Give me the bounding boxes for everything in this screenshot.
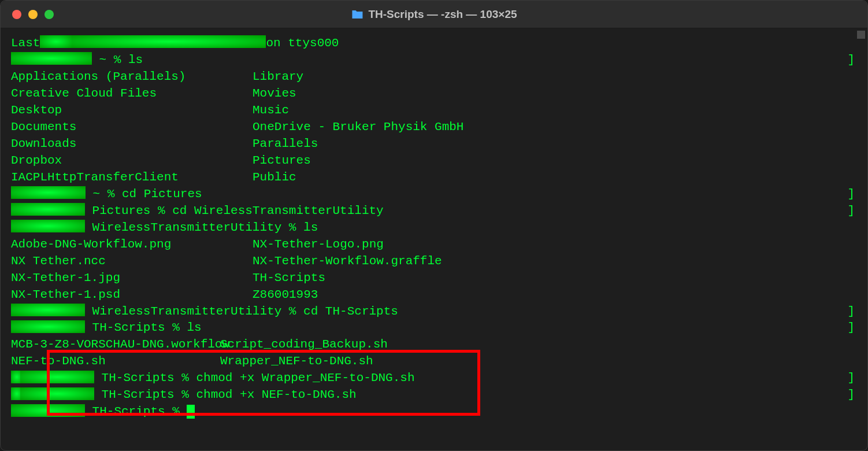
list-item: TH-Scripts (253, 270, 857, 287)
list-item: MCB-3-Z8-VORSCHAU-DNG.workflow (11, 337, 220, 353)
prompt-line: TH-Scripts % chmod +x NEF-to-DNG.sh] (11, 387, 857, 404)
redacted-hostname (20, 371, 94, 383)
title-text: TH-Scripts — -zsh — 103×25 (368, 8, 517, 21)
list-item: Applications (Parallels) (11, 69, 253, 86)
list-item: Adobe-DNG-Workflow.png (11, 236, 253, 253)
terminal-window: TH-Scripts — -zsh — 103×25 Laston ttys00… (0, 0, 868, 451)
redacted-text (72, 35, 266, 48)
list-item: Library (253, 69, 857, 86)
list-item: IACPLHttpTransferClient (11, 169, 253, 186)
list-item: Wrapper_NEF-to-DNG.sh (220, 353, 857, 370)
maximize-button[interactable] (44, 10, 54, 19)
list-item: Music (253, 102, 857, 119)
redacted-text (40, 35, 72, 48)
list-item: Script_coding_Backup.sh (220, 337, 857, 353)
redacted-hostname (11, 52, 92, 65)
minimize-button[interactable] (28, 10, 38, 19)
redacted-hostname (11, 220, 85, 232)
traffic-lights (1, 10, 54, 19)
prompt-line: WirelessTransmitterUtility % ls (11, 220, 857, 236)
list-item: NX-Tether-1.psd (11, 287, 253, 304)
redacted-hostname (11, 203, 85, 216)
list-item: Z86001993 (253, 287, 857, 304)
prompt-line: Pictures % cd WirelessTransmitterUtility… (11, 203, 857, 220)
list-item: NX-Tether-Workflow.graffle (253, 253, 857, 270)
prompt-line: TH-Scripts % chmod +x Wrapper_NEF-to-DNG… (11, 370, 857, 387)
redacted-hostname (11, 320, 85, 333)
cursor (187, 405, 195, 419)
list-item: Desktop (11, 102, 253, 119)
folder-icon (351, 9, 363, 20)
list-item: Movies (253, 86, 857, 102)
prompt-line: ~ % ls] (11, 52, 857, 69)
list-item: NX Tether.ncc (11, 253, 253, 270)
list-item: NEF-to-DNG.sh (11, 353, 220, 370)
ls-output-thscripts: MCB-3-Z8-VORSCHAU-DNG.workflow NEF-to-DN… (11, 337, 857, 370)
ls-output-wtu: Adobe-DNG-Workflow.png NX Tether.ncc NX-… (11, 236, 857, 304)
close-button[interactable] (12, 10, 21, 19)
window-title: TH-Scripts — -zsh — 103×25 (351, 8, 517, 21)
list-item: OneDrive - Bruker Physik GmbH (253, 119, 857, 136)
list-item: Creative Cloud Files (11, 86, 253, 102)
redacted-hostname (11, 404, 85, 417)
titlebar[interactable]: TH-Scripts — -zsh — 103×25 (1, 1, 867, 28)
redacted-hostname (11, 186, 86, 199)
prompt-line: TH-Scripts % ls] (11, 320, 857, 337)
list-item: Parallels (253, 136, 857, 153)
list-item: NX-Tether-1.jpg (11, 270, 253, 287)
list-item: Dropbox (11, 153, 253, 169)
prompt-line-current: TH-Scripts % (11, 404, 857, 420)
ls-output-home: Applications (Parallels) Creative Cloud … (11, 69, 857, 186)
list-item: Pictures (253, 153, 857, 169)
list-item: Public (253, 169, 857, 186)
terminal-body[interactable]: Laston ttys000 ~ % ls] Applications (Par… (1, 28, 867, 450)
list-item: Documents (11, 119, 253, 136)
list-item: Downloads (11, 136, 253, 153)
prompt-line: ~ % cd Pictures] (11, 186, 857, 203)
last-login-line: Laston ttys000 (11, 35, 857, 52)
redacted-hostname (20, 387, 94, 400)
prompt-line: WirelessTransmitterUtility % cd TH-Scrip… (11, 304, 857, 320)
redacted-hostname (11, 304, 85, 316)
list-item: NX-Tether-Logo.png (253, 236, 857, 253)
